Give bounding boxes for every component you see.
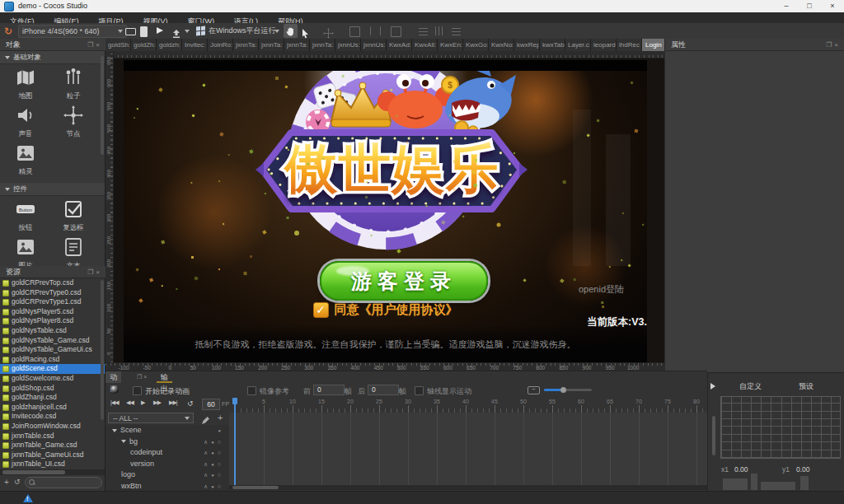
add-resource-button[interactable]: + — [4, 478, 9, 487]
maximize-button[interactable]: □ — [798, 0, 821, 12]
tab-animation[interactable]: 动画 — [106, 371, 121, 383]
resource-file-item[interactable]: goldCRPrevTop.csd — [0, 278, 105, 288]
document-tab-11[interactable]: KwxAd: — [387, 39, 412, 51]
resource-file-item[interactable]: goldScene.csd — [0, 364, 105, 374]
document-tab-5[interactable]: jxnnTa: — [233, 39, 259, 51]
visibility-eye-icon[interactable]: ● — [211, 462, 218, 467]
curve-vscrollbar[interactable] — [712, 416, 715, 455]
device-select[interactable]: iPhone 4/4S(960 * 640) — [18, 25, 127, 38]
visibility-eye-icon[interactable]: ● — [218, 428, 224, 433]
tab-preset-curve[interactable]: 预设 — [799, 381, 814, 392]
loop-icon[interactable]: ↺ — [187, 399, 193, 408]
document-tab-9[interactable]: jxnnUs: — [335, 39, 361, 51]
resource-file-item[interactable]: goldShop.csd — [0, 384, 105, 394]
document-tab-16[interactable]: kwxRep — [514, 39, 540, 51]
play-button[interactable]: ▶ — [141, 399, 144, 406]
record-icon[interactable] — [110, 385, 119, 394]
scene-canvas[interactable]: 650600550500450400350300250200150100500 … — [106, 51, 664, 371]
document-tab-17[interactable]: kwxTab — [540, 39, 565, 51]
float-panel-icon[interactable]: ❐ — [826, 41, 834, 49]
hand-tool-button[interactable] — [284, 24, 298, 38]
landscape-icon[interactable] — [125, 28, 136, 35]
document-tab-7[interactable]: jxnnTa: — [284, 39, 310, 51]
fps-input[interactable]: 60 — [202, 399, 220, 410]
before-frames-input[interactable]: 0 — [313, 385, 345, 395]
palette-item-map[interactable]: 地图 — [2, 68, 49, 101]
run-target-chevron-icon[interactable] — [274, 30, 279, 33]
document-tab-19[interactable]: leopard — [591, 39, 617, 51]
curve-editor-grid[interactable] — [720, 396, 841, 459]
resource-file-item[interactable]: goldNysTable_Game.csd — [0, 336, 105, 346]
collapse-panel-icon[interactable] — [710, 383, 715, 390]
close-panel-icon[interactable]: × — [96, 268, 102, 276]
align-center-icon[interactable] — [370, 26, 381, 35]
resource-file-item[interactable]: jxnnTable.csd — [0, 432, 105, 441]
guest-login-button[interactable]: 游客登录 — [320, 261, 488, 301]
add-animation-button[interactable]: + — [218, 413, 223, 422]
document-tab-18[interactable]: Layer.c: — [565, 39, 591, 51]
visibility-eye-icon[interactable]: ● — [211, 440, 218, 445]
lock-circle-icon[interactable]: ○ — [218, 483, 224, 489]
node-collapse-icon[interactable]: ∧ — [204, 450, 211, 455]
timeline-grid[interactable] — [229, 413, 707, 485]
resource-file-item[interactable]: Invitecode.csd — [0, 412, 105, 422]
node-collapse-icon[interactable]: ∧ — [204, 472, 211, 478]
publish-menu-chevron-icon[interactable] — [185, 30, 190, 33]
node-tree-row-codeinput[interactable]: codeinput∧●○ — [106, 447, 229, 459]
document-tab-0[interactable]: goldSh: — [106, 39, 131, 51]
agreement-link[interactable]: 同意《用户使用协议》 — [335, 302, 458, 318]
timeline-ruler[interactable]: 05101520253035404550556065707580 — [229, 398, 707, 413]
run-target-select[interactable]: 在Windows平台运行 — [209, 23, 276, 39]
visibility-eye-icon[interactable]: ● — [211, 484, 218, 489]
document-tab-12[interactable]: KwxAll: — [412, 39, 438, 51]
agree-checkbox[interactable]: ✓ — [313, 302, 329, 318]
openid-login-text[interactable]: openid登陆 — [579, 283, 624, 296]
distribute-h-icon[interactable] — [435, 26, 444, 35]
resource-file-item[interactable]: goldZhanji.csd — [0, 393, 105, 403]
resource-file-item[interactable]: JoinRoomWindow.csd — [0, 422, 105, 432]
float-panel-icon[interactable]: ❐ — [87, 41, 96, 49]
align-left-icon[interactable] — [349, 26, 360, 37]
mirror-checkbox[interactable] — [247, 386, 256, 395]
node-tree-row-version[interactable]: version∧●○ — [106, 459, 229, 470]
resource-file-item[interactable]: jxnnTable_Game.csd — [0, 441, 105, 450]
resource-file-item[interactable]: goldNysTable_GameUi.cs — [0, 345, 105, 355]
axis-checkbox[interactable] — [415, 386, 424, 395]
visibility-eye-icon[interactable]: ● — [211, 450, 218, 455]
node-tree-row-Scene[interactable]: Scene● — [106, 425, 229, 436]
palette-section-header-0[interactable]: 基础对象 — [0, 51, 105, 64]
resource-file-item[interactable]: goldCRPrevType1.csd — [0, 297, 105, 307]
document-tab-active[interactable]: Login× — [642, 39, 664, 51]
lock-circle-icon[interactable]: ○ — [218, 450, 224, 455]
tab-custom-curve[interactable]: 自定义 — [739, 381, 762, 392]
document-tab-10[interactable]: jxnnUs: — [361, 39, 387, 51]
node-collapse-icon[interactable]: ∧ — [204, 483, 211, 489]
resource-file-item[interactable]: jxnnTable_UI.csd — [0, 460, 105, 469]
record-checkbox[interactable] — [133, 386, 142, 395]
timeline-hscrollbar[interactable] — [229, 485, 707, 490]
tab-output[interactable]: 输出 — [157, 371, 172, 383]
document-tab-15[interactable]: KwxNo: — [489, 39, 514, 51]
game-scene-preview[interactable]: $ — [124, 60, 647, 362]
resource-file-item[interactable]: goldNysTable.csd — [0, 326, 105, 336]
align-right-icon[interactable] — [391, 26, 401, 37]
visibility-eye-icon[interactable]: ● — [211, 473, 218, 478]
minimize-button[interactable]: – — [775, 0, 798, 12]
document-tab-6[interactable]: jxnnTa: — [259, 39, 284, 51]
lock-circle-icon[interactable]: ○ — [218, 439, 224, 445]
resource-search-input[interactable] — [25, 477, 102, 488]
rotate-canvas-icon[interactable]: ↻ — [4, 23, 12, 39]
resource-file-item[interactable]: goldNysPlayer5.csd — [0, 307, 105, 317]
node-expand-icon[interactable] — [112, 429, 117, 432]
node-tree-row-bg[interactable]: bg∧●○ — [106, 436, 229, 448]
timeline-zoom-slider[interactable] — [544, 389, 592, 391]
document-tab-4[interactable]: JoinRo: — [208, 39, 233, 51]
document-tab-2[interactable]: goldzh: — [157, 39, 182, 51]
close-panel-icon[interactable]: × — [834, 41, 841, 49]
node-collapse-icon[interactable]: ∧ — [204, 439, 211, 445]
prev-frame-button[interactable]: ◀◀ — [126, 399, 134, 406]
resource-file-item[interactable]: goldCRPrevType0.csd — [0, 288, 105, 298]
palette-item-sprite[interactable]: 精灵 — [2, 143, 49, 177]
float-panel-icon[interactable]: ❐ — [87, 268, 96, 276]
animation-filter-select[interactable]: -- ALL -- — [108, 413, 194, 423]
